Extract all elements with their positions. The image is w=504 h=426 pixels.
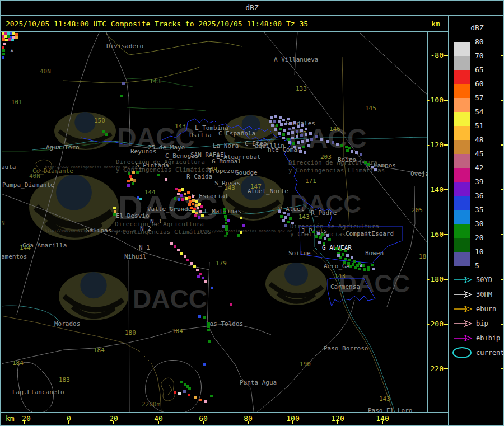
radar-echo-cell [323, 242, 325, 245]
road-number-label: 143 [150, 78, 161, 85]
radar-echo-cell [183, 390, 186, 393]
legend-item-eburn: eburn [454, 305, 496, 313]
radar-echo-cell [129, 175, 132, 178]
radar-echo-cell [300, 134, 303, 137]
radar-echo-cell [317, 232, 320, 235]
radar-echo-cell [211, 287, 213, 289]
x-axis-tick [203, 421, 204, 424]
radar-echo-cell [133, 179, 136, 182]
y-axis-tick-label: -180 [420, 275, 444, 283]
radar-echo-cell [127, 184, 130, 187]
map-place-label: Salinas [86, 227, 111, 234]
radar-echo-cell [208, 340, 211, 343]
radar-echo-cell [335, 247, 338, 250]
colorbar-swatch [454, 168, 470, 182]
radar-echo-cell [318, 241, 321, 244]
radar-echo-cell [289, 122, 292, 125]
map-place-label: S_Pintada [136, 162, 169, 169]
map-place-label: Lag.Llancanelo [12, 388, 64, 396]
y-axis-tick [501, 324, 504, 325]
radar-echo-cell [4, 35, 7, 38]
road-number-label: 101 [11, 99, 22, 106]
y-axis-tick [501, 279, 504, 280]
map-place-label: L_Malvinas [204, 208, 241, 215]
radar-echo-cell [174, 391, 176, 394]
track-legend: 50YD30HMeburnbipeb+bipcurrent [449, 273, 503, 363]
radar-echo-cell [354, 266, 357, 269]
radar-echo-cell [174, 245, 176, 248]
radar-echo-cell [196, 269, 199, 271]
colorbar-swatch [454, 252, 470, 266]
map-place-label: Soitue [288, 250, 311, 257]
radar-echo-cell [194, 214, 197, 217]
legend-item-30HM: 30HM [454, 291, 492, 298]
colorbar-value-label: 36 [475, 191, 495, 200]
radar-echo-cell [189, 200, 192, 203]
radar-echo-cell [1, 32, 4, 35]
colorbar-swatch [454, 70, 470, 84]
radar-echo-cell [296, 135, 298, 138]
radar-echo-cell [237, 234, 240, 237]
colorbar-value-label: 48 [475, 135, 495, 144]
radar-echo-cell [165, 178, 167, 181]
radar-map: DACCDACCDACCDACCDACCDACCDirección de Agr… [1, 1, 448, 413]
legend-label: 50YD [476, 276, 492, 284]
radar-echo-cell [210, 395, 213, 397]
legend-ellipse-icon [453, 348, 471, 358]
radar-echo-cell [347, 262, 350, 265]
colorbar-value-label: 80 [475, 38, 495, 46]
radar-echo-cell [15, 33, 18, 36]
radar-echo-cell [315, 235, 318, 238]
radar-echo-cell [105, 133, 108, 136]
road-number-label: 184 [94, 347, 105, 354]
radar-echo-cell [336, 143, 339, 146]
legend-item-50YD: 50YD [454, 276, 492, 284]
radar-echo-cell [319, 236, 322, 239]
radar-echo-cell [307, 144, 310, 147]
map-place-label: Agua_Toro [46, 144, 80, 151]
radar-echo-cell [197, 275, 200, 278]
radar-echo-cell [269, 120, 272, 123]
radar-echo-cell [282, 219, 285, 222]
radar-echo-cell [279, 116, 282, 119]
radar-echo-cell [170, 242, 173, 245]
radar-echo-cell [367, 269, 370, 271]
radar-echo-cell [278, 132, 281, 135]
map-place-label: * [10, 48, 14, 55]
colorbar-swatch [454, 84, 470, 98]
colorbar-value-label: 30 [475, 219, 495, 228]
road-number-label: 184 [12, 359, 24, 367]
radar-echo-cell [367, 266, 370, 269]
radar-echo-cell [293, 146, 296, 148]
radar-echo-cell [10, 32, 12, 35]
radar-echo-cell [279, 128, 282, 130]
radar-echo-cell [353, 260, 356, 263]
x-axis-tick [68, 421, 69, 424]
radar-echo-cell [188, 394, 190, 396]
radar-echo-cell [360, 153, 362, 156]
radar-echo-cell [3, 43, 6, 45]
x-axis-tick [337, 421, 338, 424]
radar-echo-cell [136, 171, 139, 174]
y-axis-tick [444, 189, 448, 190]
radar-echo-cell [287, 221, 290, 223]
road-number-label: 143 [298, 213, 310, 221]
radar-echo-cell [274, 115, 277, 118]
radar-echo-cell [276, 124, 278, 127]
radar-echo-cell [178, 189, 181, 192]
radar-echo-cell [326, 234, 329, 237]
map-place-label: Pampa_Diamante [2, 181, 54, 189]
colorbar-swatch [454, 126, 470, 140]
radar-echo-cell [175, 188, 178, 190]
radar-echo-cell [178, 198, 180, 201]
radar-echo-cell [280, 215, 283, 218]
radar-echo-cell [358, 268, 361, 270]
colorbar-swatch [454, 182, 470, 196]
radar-echo-cell [224, 215, 227, 218]
radar-echo-cell [181, 188, 184, 191]
radar-echo-cell [122, 82, 125, 85]
road-number-label: 143 [334, 273, 346, 280]
radar-echo-cell [293, 121, 296, 124]
road-number-label: 180 [125, 329, 136, 336]
road-number-label: 179 [216, 260, 227, 267]
